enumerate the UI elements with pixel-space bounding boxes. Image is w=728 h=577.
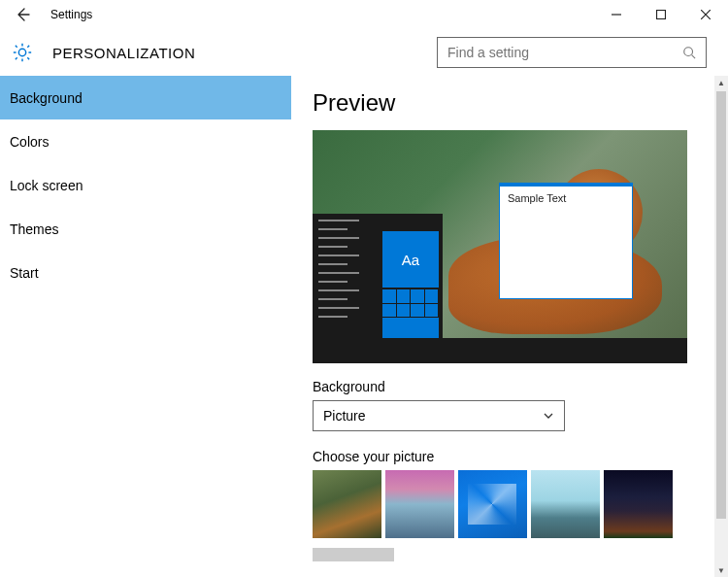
background-label: Background <box>313 379 707 394</box>
search-icon <box>682 46 696 59</box>
thumb-tiger[interactable] <box>313 470 381 538</box>
gear-icon <box>12 42 33 63</box>
accent-tile-grid <box>382 289 438 317</box>
close-button[interactable] <box>683 0 728 29</box>
picture-thumbnails <box>313 470 707 538</box>
sidebar: Background Colors Lock screen Themes Sta… <box>0 76 291 577</box>
sidebar-item-label: Background <box>10 90 83 106</box>
scrollbar-thumb[interactable] <box>716 91 726 519</box>
vertical-scrollbar[interactable]: ▲ ▼ <box>714 76 728 577</box>
thumb-night-sky[interactable] <box>604 470 673 538</box>
thumb-venice-sunset[interactable] <box>385 470 454 538</box>
sidebar-item-lock-screen[interactable]: Lock screen <box>0 163 291 207</box>
search-box[interactable] <box>437 37 707 68</box>
sidebar-item-label: Themes <box>10 221 59 237</box>
choose-picture-label: Choose your picture <box>313 449 707 464</box>
back-button[interactable] <box>0 0 47 29</box>
category-title: PERSONALIZATION <box>52 45 195 61</box>
sidebar-item-themes[interactable]: Themes <box>0 207 291 251</box>
browse-button[interactable] <box>313 548 394 561</box>
sidebar-item-colors[interactable]: Colors <box>0 119 291 163</box>
thumb-windows-hero[interactable] <box>458 470 527 538</box>
dropdown-value: Picture <box>323 408 366 424</box>
close-icon <box>701 10 711 19</box>
accent-tile: Aa <box>382 231 439 288</box>
sidebar-item-background[interactable]: Background <box>0 76 291 119</box>
background-type-dropdown[interactable]: Picture <box>313 400 565 431</box>
accent-tile-wide <box>382 318 439 338</box>
preview-heading: Preview <box>313 89 707 117</box>
svg-point-2 <box>684 48 693 56</box>
maximize-button[interactable] <box>639 0 683 29</box>
scroll-up-arrow-icon[interactable]: ▲ <box>714 76 728 89</box>
sidebar-item-label: Lock screen <box>10 178 83 193</box>
sample-window-text: Sample Text <box>508 192 566 204</box>
titlebar: Settings <box>0 0 728 29</box>
scroll-down-arrow-icon[interactable]: ▼ <box>714 563 728 577</box>
svg-rect-1 <box>657 11 666 19</box>
chevron-down-icon <box>543 410 554 422</box>
preview-pane: Aa Sample Text <box>313 130 687 363</box>
sidebar-item-label: Colors <box>10 134 49 150</box>
search-input[interactable] <box>447 45 682 60</box>
minimize-button[interactable] <box>594 0 639 29</box>
minimize-icon <box>612 10 621 19</box>
content: Preview Aa Sample Text <box>291 76 728 577</box>
back-arrow-icon <box>16 7 31 22</box>
svg-line-3 <box>692 55 696 59</box>
thumb-beach-rock[interactable] <box>531 470 600 538</box>
sample-window: Sample Text <box>499 183 633 299</box>
maximize-icon <box>656 10 666 19</box>
sidebar-item-label: Start <box>10 265 39 281</box>
window-title: Settings <box>50 8 92 21</box>
sidebar-item-start[interactable]: Start <box>0 251 291 294</box>
header: PERSONALIZATION <box>0 29 728 76</box>
taskbar-preview <box>313 338 687 363</box>
